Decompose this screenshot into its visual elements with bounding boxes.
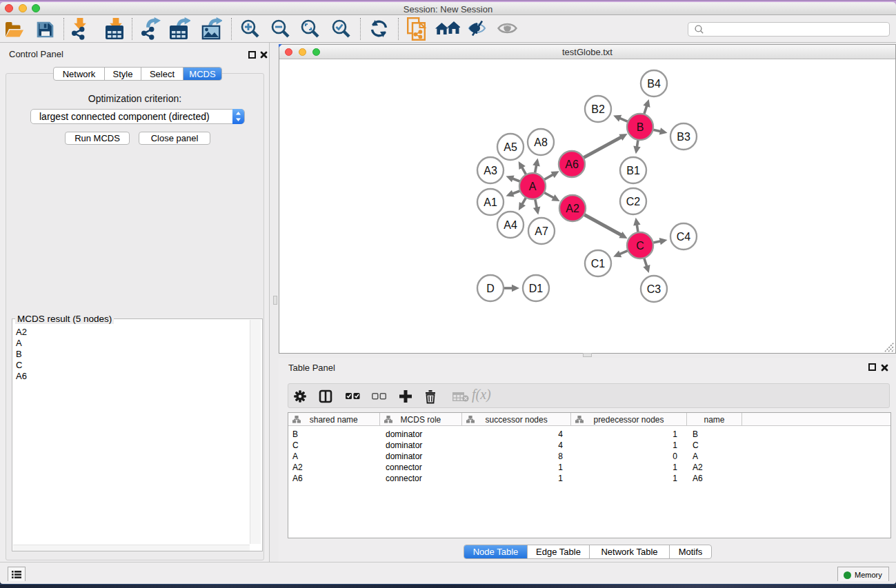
svg-text:A2: A2 (566, 203, 579, 214)
svg-text:A: A (529, 181, 537, 192)
svg-text:A1: A1 (484, 196, 497, 208)
svg-text:A5: A5 (504, 141, 517, 153)
svg-text:B3: B3 (677, 131, 690, 143)
svg-text:A3: A3 (484, 165, 497, 176)
svg-text:A8: A8 (534, 136, 548, 148)
svg-text:A6: A6 (565, 159, 579, 170)
svg-text:C3: C3 (647, 283, 661, 295)
svg-text:B4: B4 (647, 78, 661, 90)
svg-text:C2: C2 (626, 196, 641, 207)
svg-text:B: B (637, 121, 644, 133)
svg-text:B1: B1 (626, 165, 640, 176)
svg-text:B2: B2 (591, 103, 605, 115)
svg-text:C1: C1 (591, 258, 606, 270)
svg-text:C: C (636, 240, 644, 252)
svg-text:C4: C4 (677, 231, 691, 243)
svg-text:A7: A7 (535, 225, 548, 237)
svg-text:D: D (486, 283, 495, 294)
svg-text:D1: D1 (529, 283, 544, 294)
svg-text:A4: A4 (504, 219, 517, 231)
